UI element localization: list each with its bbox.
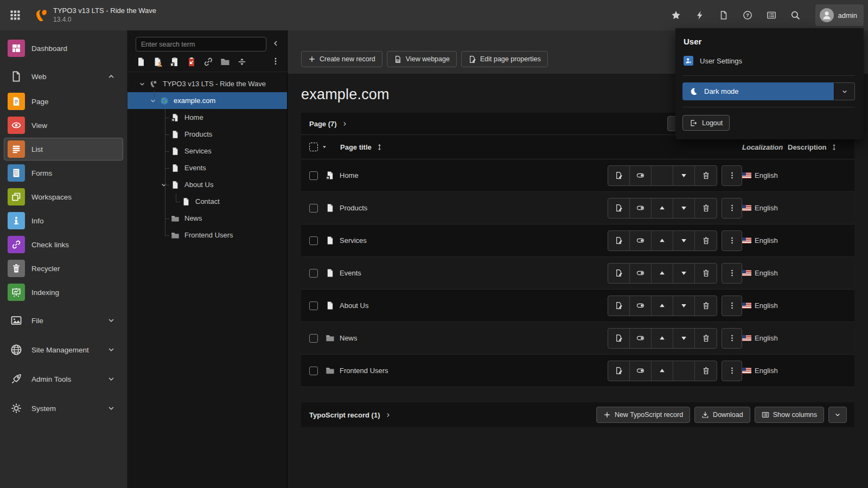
tree-node-events[interactable]: Events (127, 159, 287, 176)
move-down-button[interactable] (673, 166, 695, 185)
tree-search-input[interactable] (136, 37, 266, 52)
tree-toolbar-collapse-all-button[interactable] (237, 57, 247, 67)
sidebar-item-web[interactable]: Web (4, 64, 123, 89)
delete-record-button[interactable] (695, 231, 717, 251)
toolbar-opendocs-button[interactable] (718, 9, 730, 21)
chevron-down-icon[interactable] (148, 96, 158, 106)
row-checkbox[interactable] (309, 301, 318, 310)
row-checkbox[interactable] (309, 204, 318, 213)
hide-record-button[interactable] (630, 198, 652, 218)
move-down-button[interactable] (673, 264, 695, 283)
more-options-button[interactable] (722, 361, 742, 381)
sidebar-item-file[interactable]: File (4, 308, 123, 333)
page-section-title[interactable]: Page (7) (309, 120, 337, 128)
tree-node-contact[interactable]: Contact (127, 193, 287, 210)
edit-page-properties-button[interactable]: Edit page properties (461, 51, 548, 67)
hide-record-button[interactable] (630, 329, 652, 348)
edit-record-button[interactable] (608, 361, 630, 381)
more-options-button[interactable] (722, 165, 742, 186)
toolbar-search-button[interactable] (789, 9, 801, 21)
more-options-button[interactable] (722, 230, 742, 251)
sidebar-item-list[interactable]: List (4, 138, 123, 160)
tree-toolbar-paste-special-button[interactable] (187, 57, 196, 67)
sidebar-item-page[interactable]: Page (4, 90, 123, 113)
toolbar-backend-log-button[interactable] (765, 9, 777, 21)
edit-record-button[interactable] (608, 264, 630, 283)
row-checkbox[interactable] (309, 269, 318, 278)
delete-record-button[interactable] (695, 198, 717, 218)
more-options-button[interactable] (722, 296, 742, 316)
sidebar-item-admin-tools[interactable]: Admin Tools (4, 367, 123, 391)
tree-node-frontend-users[interactable]: Frontend Users (127, 227, 287, 243)
delete-record-button[interactable] (695, 264, 717, 283)
edit-record-button[interactable] (608, 198, 630, 218)
tree-toolbar-new-page-drag-button[interactable] (153, 57, 163, 67)
move-down-button[interactable] (673, 296, 695, 316)
sidebar-item-indexing[interactable]: Indexing (4, 281, 123, 304)
edit-record-button[interactable] (608, 296, 630, 316)
sidebar-item-workspaces[interactable]: Workspaces (4, 185, 123, 208)
user-menu-button[interactable]: admin (815, 4, 864, 26)
delete-record-button[interactable] (695, 329, 717, 348)
move-up-button[interactable] (652, 296, 673, 316)
hide-record-button[interactable] (630, 296, 652, 316)
hide-record-button[interactable] (630, 264, 652, 283)
create-new-record-button[interactable]: Create new record (301, 51, 382, 67)
tree-node-services[interactable]: Services (127, 143, 287, 159)
column-page-title[interactable]: Page title (340, 143, 383, 151)
select-all-checkbox[interactable] (309, 143, 318, 151)
tree-node-home[interactable]: Home (127, 109, 287, 126)
row-checkbox[interactable] (309, 334, 318, 343)
sidebar-item-info[interactable]: Info (4, 209, 123, 232)
row-checkbox[interactable] (309, 171, 318, 180)
view-webpage-button[interactable]: View webpage (387, 51, 457, 67)
edit-record-button[interactable] (608, 231, 630, 251)
toolbar-help-button[interactable]: ? (742, 9, 754, 21)
more-options-button[interactable] (722, 198, 742, 219)
show-columns-button[interactable]: Show columns (755, 407, 824, 423)
delete-record-button[interactable] (695, 361, 717, 381)
column-description[interactable]: Description (788, 143, 846, 151)
tree-node-example-com[interactable]: example.com (127, 92, 287, 109)
row-checkbox[interactable] (309, 367, 318, 375)
move-up-button[interactable] (652, 264, 673, 283)
sidebar-item-check-links[interactable]: Check links (4, 233, 123, 256)
app-grid-button[interactable] (4, 4, 26, 26)
more-options-button[interactable] (722, 263, 742, 284)
tree-toolbar-paste-button[interactable] (170, 57, 180, 67)
logout-button[interactable]: Logout (682, 115, 730, 131)
hide-record-button[interactable] (630, 361, 652, 381)
sidebar-item-forms[interactable]: Forms (4, 162, 123, 184)
edit-record-button[interactable] (608, 329, 630, 348)
caret-down-icon[interactable] (322, 144, 327, 150)
sidebar-item-system[interactable]: System (4, 396, 123, 421)
tree-more-button[interactable] (271, 57, 280, 67)
more-options-button[interactable] (722, 328, 742, 349)
tree-toolbar-folder-button[interactable] (220, 57, 230, 67)
sidebar-item-recycler[interactable]: Recycler (4, 257, 123, 280)
toolbar-clear-cache-button[interactable] (694, 9, 706, 21)
user-settings-item[interactable]: User Settings (682, 55, 855, 69)
toolbar-bookmarks-button[interactable] (670, 9, 682, 21)
tree-node-about-us[interactable]: About Us (127, 176, 287, 193)
delete-record-button[interactable] (695, 296, 717, 316)
move-up-button[interactable] (652, 329, 673, 348)
typoscript-section-title[interactable]: TypoScript record (1) (309, 411, 380, 419)
hide-record-button[interactable] (630, 166, 652, 185)
row-checkbox[interactable] (309, 236, 318, 245)
edit-record-button[interactable] (608, 166, 630, 185)
move-up-button[interactable] (652, 231, 673, 251)
hide-record-button[interactable] (630, 231, 652, 251)
tree-node-typo3-v13-lts-ride-the-wave[interactable]: TYPO3 v13 LTS - Ride the Wave (127, 75, 287, 92)
dark-mode-button[interactable]: Dark mode (682, 82, 834, 100)
sidebar-item-dashboard[interactable]: Dashboard (4, 37, 123, 60)
move-down-button[interactable] (673, 231, 695, 251)
panel-collapse-button[interactable] (828, 407, 847, 423)
tree-node-products[interactable]: Products (127, 126, 287, 143)
tree-toolbar-link-button[interactable] (203, 57, 213, 67)
move-down-button[interactable] (673, 198, 695, 218)
new-typoscript-record-button[interactable]: New TypoScript record (596, 407, 690, 423)
sidebar-item-site-management[interactable]: Site Management (4, 337, 123, 362)
tree-node-news[interactable]: News (127, 210, 287, 227)
move-up-button[interactable] (652, 361, 673, 381)
